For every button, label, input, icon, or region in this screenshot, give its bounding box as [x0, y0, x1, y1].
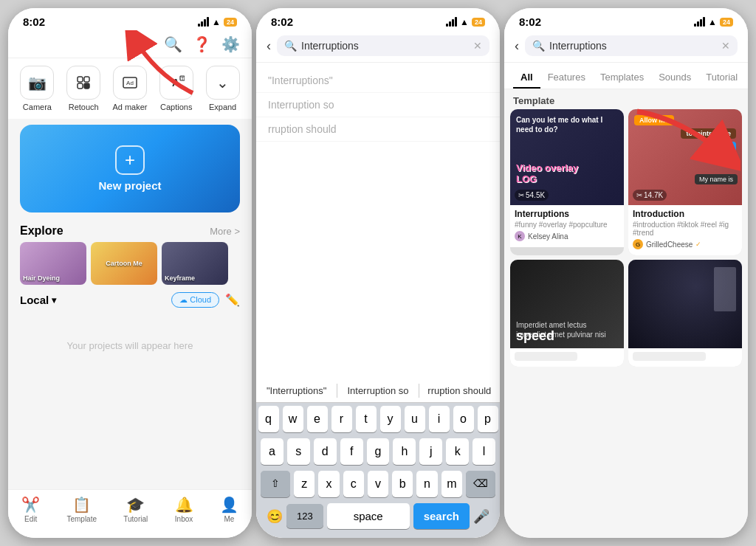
key-y[interactable]: y — [380, 406, 401, 432]
key-f[interactable]: f — [340, 438, 363, 465]
search-bar-2[interactable]: 🔍 Interruptions ✕ — [277, 35, 489, 56]
tab-all[interactable]: All — [513, 67, 540, 89]
key-s[interactable]: s — [287, 438, 310, 465]
status-icons-3: ▲ 24 — [694, 17, 733, 27]
key-space[interactable]: space — [327, 503, 410, 529]
edit-icon[interactable]: ✏️ — [225, 293, 240, 307]
key-u[interactable]: u — [405, 406, 425, 432]
key-123[interactable]: 123 — [286, 504, 323, 528]
myself-badge: myself — [704, 142, 736, 152]
key-l[interactable]: l — [472, 438, 495, 465]
key-x[interactable]: x — [318, 471, 339, 497]
expand-tool[interactable]: ⌄ Expand — [201, 66, 245, 111]
card-title-3 — [515, 352, 577, 361]
camera-label: Camera — [23, 103, 52, 111]
key-i[interactable]: i — [429, 406, 450, 432]
kbd-row-1: q w e r t y u i o p — [256, 403, 500, 435]
nav-me[interactable]: 👤 Me — [220, 496, 238, 523]
svg-rect-4 — [84, 83, 89, 89]
explore-label-keyframe: Keyframe — [165, 274, 195, 282]
key-p[interactable]: p — [478, 406, 498, 432]
search-bar-3[interactable]: 🔍 Interruptions ✕ — [525, 35, 738, 56]
key-o[interactable]: o — [453, 406, 474, 432]
key-n[interactable]: n — [416, 471, 437, 497]
back-button-2[interactable]: ‹ — [267, 38, 271, 54]
card-author-1: K Kelsey Alina — [515, 231, 619, 241]
clear-button-3[interactable]: ✕ — [721, 40, 730, 52]
key-delete[interactable]: ⌫ — [466, 471, 495, 497]
back-button-3[interactable]: ‹ — [515, 38, 519, 54]
key-k[interactable]: k — [446, 438, 469, 465]
explore-item-hair[interactable]: Hair Dyeing — [20, 242, 86, 285]
local-dropdown-icon[interactable]: ▾ — [52, 295, 56, 305]
nav-template[interactable]: 📋 Template — [66, 496, 97, 523]
search-icon[interactable]: 🔍 — [164, 35, 182, 53]
key-m[interactable]: m — [441, 471, 462, 497]
building-overlay — [628, 260, 742, 348]
card-building[interactable] — [628, 260, 742, 367]
retouch-tool[interactable]: Retouch — [61, 66, 106, 111]
captions-tool[interactable]: AT Captions — [154, 66, 199, 111]
stat-count-1: 54.5K — [526, 191, 545, 199]
explore-item-keyframe[interactable]: Keyframe — [162, 242, 228, 285]
suggestion-3[interactable]: rruption should — [256, 117, 500, 142]
tab-templates[interactable]: Templates — [593, 67, 651, 89]
search-input-2[interactable]: Interruptions — [301, 40, 469, 52]
key-w[interactable]: w — [283, 406, 303, 432]
card-info-2: Introduction #introduction #tiktok #reel… — [628, 205, 742, 255]
kbd-sug-3[interactable]: rruption should — [419, 384, 500, 398]
key-c[interactable]: c — [343, 471, 364, 497]
key-g[interactable]: g — [367, 438, 390, 465]
key-d[interactable]: d — [314, 438, 337, 465]
card-introduction[interactable]: Allow me to reintroduce myself My name i… — [628, 109, 742, 255]
kbd-sug-2[interactable]: Interruption so — [337, 384, 419, 398]
search-button[interactable]: search — [413, 503, 470, 529]
card-speed[interactable]: Imperdiet amet lectus imperdiet amet pul… — [510, 260, 624, 367]
key-j[interactable]: j — [419, 438, 442, 465]
empty-projects-text: Your projects will appear here — [8, 311, 252, 381]
key-z[interactable]: z — [294, 471, 315, 497]
cloud-button[interactable]: ☁ Cloud — [171, 292, 219, 308]
key-e[interactable]: e — [307, 406, 328, 432]
nav-inbox[interactable]: 🔔 Inbox — [175, 496, 193, 523]
admaker-tool[interactable]: Ad Ad maker — [108, 66, 152, 111]
camera-tool[interactable]: 📷 Camera — [15, 66, 59, 111]
key-r[interactable]: r — [331, 406, 352, 432]
card-info-3 — [510, 348, 624, 367]
suggestion-2[interactable]: Interruption so — [256, 93, 500, 117]
tab-sounds[interactable]: Sounds — [651, 67, 698, 89]
nav-edit[interactable]: ✂️ Edit — [21, 496, 40, 523]
retouch-icon-box — [66, 66, 100, 100]
mic-key[interactable]: 🎤 — [473, 508, 489, 525]
new-project-button[interactable]: + New project — [20, 125, 240, 212]
key-t[interactable]: t — [356, 406, 377, 432]
avatar-1: K — [515, 231, 525, 241]
key-b[interactable]: b — [392, 471, 413, 497]
clear-button-2[interactable]: ✕ — [473, 40, 482, 52]
help-icon[interactable]: ❓ — [193, 35, 211, 53]
tab-features[interactable]: Features — [540, 67, 593, 89]
edit-nav-icon: ✂️ — [21, 496, 40, 514]
key-q[interactable]: q — [258, 406, 279, 432]
svg-rect-1 — [78, 77, 83, 82]
kbd-sug-1[interactable]: "Interruptions" — [256, 384, 337, 398]
key-shift[interactable]: ⇧ — [261, 471, 290, 497]
card-stats-1: ✂ 54.5K — [515, 190, 549, 201]
key-a[interactable]: a — [261, 438, 284, 465]
emoji-key[interactable]: 😊 — [267, 508, 283, 525]
wifi-icon-3: ▲ — [708, 17, 717, 27]
more-link[interactable]: More > — [210, 226, 240, 237]
key-h[interactable]: h — [393, 438, 416, 465]
kbd-row-2: a s d f g h j k l — [256, 435, 500, 468]
card-interruptions[interactable]: Can you let me do what I need to do? Vid… — [510, 109, 624, 255]
suggestion-1[interactable]: "Interruptions" — [256, 69, 500, 93]
explore-item-cartoon[interactable]: Cartoon Me — [91, 242, 157, 285]
card-title-4 — [633, 352, 706, 361]
tab-tutorial[interactable]: Tutorial — [698, 67, 745, 89]
search-input-3[interactable]: Interruptions — [549, 40, 717, 52]
settings-icon[interactable]: ⚙️ — [221, 35, 240, 53]
key-v[interactable]: v — [368, 471, 388, 497]
scissors-icon-2: ✂ — [636, 191, 642, 199]
nav-tutorial[interactable]: 🎓 Tutorial — [123, 496, 148, 523]
svg-text:A: A — [172, 77, 179, 89]
